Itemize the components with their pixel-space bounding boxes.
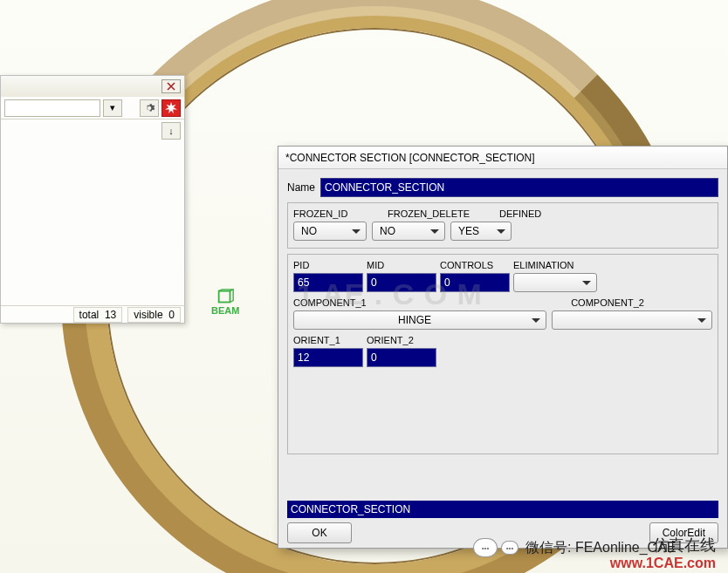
status-total-value: 13 <box>105 309 116 321</box>
defined-value: YES <box>458 225 479 237</box>
dialog-body: Name FROZEN_ID FROZEN_DELETE DEFINED NO … <box>278 169 727 501</box>
status-total: total 13 <box>73 307 123 323</box>
connector-section-dialog: *CONNECTOR SECTION [CONNECTOR_SECTION] N… <box>278 146 728 549</box>
name-label: Name <box>287 181 315 194</box>
speech-bubble-large-icon <box>473 538 498 557</box>
mid-label: MID <box>367 260 440 270</box>
component2-select[interactable] <box>552 310 712 330</box>
site-url: www.1CAE.com <box>610 556 716 571</box>
footer-status-bar: CONNECTOR_SECTION <box>287 501 718 518</box>
burst-icon[interactable] <box>161 99 181 117</box>
beam-icon <box>216 288 235 307</box>
orient2-input[interactable] <box>367 348 436 367</box>
svg-rect-0 <box>219 291 230 303</box>
side-panel-statusbar: total 13 visible 0 <box>1 305 184 323</box>
controls-label: CONTROLS <box>440 260 513 270</box>
dropdown-icon[interactable]: ▾ <box>103 99 122 117</box>
status-visible: visible 0 <box>127 307 181 323</box>
component1-value: HINGE <box>398 314 431 326</box>
frozen-id-label: FROZEN_ID <box>293 208 372 219</box>
pid-label: PID <box>293 260 367 270</box>
controls-input[interactable] <box>440 273 510 292</box>
ok-button[interactable]: OK <box>287 522 352 543</box>
elimination-select[interactable] <box>513 273 597 292</box>
frozen-delete-value: NO <box>380 225 395 237</box>
side-panel: ▾ ↓ total 13 visible 0 <box>0 75 185 324</box>
orient1-input[interactable] <box>293 348 363 367</box>
brand-label: 仿真在线 <box>610 535 716 556</box>
side-panel-titlebar <box>1 76 184 97</box>
component2-label: COMPONENT_2 <box>503 297 712 308</box>
pid-input[interactable] <box>293 273 363 292</box>
frozen-delete-label: FROZEN_DELETE <box>388 208 484 219</box>
frozen-group: FROZEN_ID FROZEN_DELETE DEFINED NO NO YE… <box>287 202 718 249</box>
side-panel-toolbar: ▾ <box>1 97 184 119</box>
main-group: PID MID CONTROLS ELIMINATION COMPONENT_1… <box>287 254 718 454</box>
orient2-label: ORIENT_2 <box>367 335 440 345</box>
frozen-id-value: NO <box>301 225 317 237</box>
orient1-label: ORIENT_1 <box>293 335 367 345</box>
mid-input[interactable] <box>367 273 436 292</box>
status-visible-value: 0 <box>168 309 175 321</box>
defined-label: DEFINED <box>499 208 569 219</box>
speech-bubble-small-icon <box>501 541 519 555</box>
component1-label: COMPONENT_1 <box>293 297 503 308</box>
footer-status-text: CONNECTOR_SECTION <box>291 503 410 515</box>
elimination-label: ELIMINATION <box>513 260 573 270</box>
component1-select[interactable]: HINGE <box>293 310 546 330</box>
status-visible-label: visible <box>134 309 162 321</box>
defined-select[interactable]: YES <box>450 222 512 241</box>
side-panel-row2: ↓ <box>1 119 184 142</box>
name-input[interactable] <box>320 178 718 197</box>
beam-marker[interactable]: BEAM <box>211 288 239 316</box>
status-total-label: total <box>79 309 100 321</box>
frozen-delete-select[interactable]: NO <box>372 222 445 241</box>
gear-icon[interactable] <box>140 99 159 117</box>
site-footer: 仿真在线 www.1CAE.com <box>610 535 716 571</box>
close-icon[interactable] <box>161 79 181 93</box>
arrow-down-icon[interactable]: ↓ <box>161 122 181 140</box>
dialog-title-text: *CONNECTOR SECTION [CONNECTOR_SECTION] <box>285 152 535 164</box>
dialog-title: *CONNECTOR SECTION [CONNECTOR_SECTION] <box>278 147 727 169</box>
filter-select[interactable] <box>4 99 100 117</box>
frozen-id-select[interactable]: NO <box>293 222 367 241</box>
name-row: Name <box>287 178 718 197</box>
